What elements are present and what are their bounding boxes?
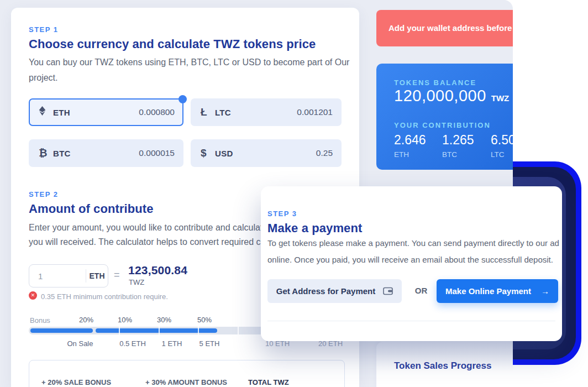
currency-code: USD — [215, 149, 233, 158]
eth-icon — [39, 106, 53, 118]
step2-description-line1: Enter your amount, you would like to con… — [29, 223, 267, 233]
tokens-balance-label: TOKENS BALANCE — [394, 79, 476, 87]
your-contribution-label: YOUR CONTRIBUTION — [394, 121, 491, 129]
token-sales-progress-title: Token Sales Progress — [394, 360, 491, 372]
amount-input-box: ETH — [29, 264, 108, 287]
currency-rate: 0.001201 — [297, 107, 333, 117]
selected-dot — [179, 95, 187, 103]
get-address-button[interactable]: Get Address for Payment — [267, 279, 402, 303]
get-address-label: Get Address for Payment — [276, 286, 376, 296]
equals-sign: = — [114, 269, 120, 281]
amount-unit-label: ETH — [86, 269, 108, 283]
contribution-ltc: 6.500 LTC — [491, 133, 513, 159]
amount-input[interactable] — [29, 271, 86, 281]
usd-icon: $ — [201, 147, 215, 159]
wallet-icon — [383, 287, 393, 295]
step3-description-line2: online. Once you paid, you will receive … — [267, 255, 553, 264]
step1-title: Choose currency and calculate TWZ tokens… — [29, 37, 316, 51]
track-tick — [238, 327, 239, 334]
wallet-warning-alert: Add your wallet address before bu — [376, 10, 513, 46]
step2-description-line2: you will received. The calculator helps … — [29, 237, 269, 247]
contribution-eth: 2.646 ETH — [394, 133, 426, 159]
bonus-percent: 50% — [197, 316, 212, 324]
step1-label: STEP 1 — [29, 25, 59, 34]
milestone-label: On Sale — [67, 339, 93, 348]
error-icon: ✕ — [29, 291, 37, 300]
milestone-label: 0.5 ETH — [119, 339, 146, 348]
token-sales-progress-card: Token Sales Progress — [376, 342, 513, 387]
step3-label: STEP 3 — [267, 210, 297, 218]
currency-button-usd[interactable]: $ USD 0.25 — [191, 139, 342, 167]
arrow-right-icon: → — [541, 286, 549, 296]
make-online-payment-button[interactable]: Make Online Payment → — [437, 279, 558, 303]
contribution-currency: ETH — [394, 150, 426, 159]
track-tick — [119, 327, 120, 334]
tokens-balance-amount: 120,000,000 — [394, 87, 486, 105]
bonus-percent: 20% — [79, 316, 93, 324]
contribution-value: 2.646 — [394, 133, 426, 148]
currency-button-eth[interactable]: ETH 0.000800 — [29, 98, 183, 126]
milestone-label: 5 ETH — [200, 339, 220, 348]
step3-divider — [267, 321, 555, 321]
or-label: OR — [415, 286, 428, 295]
track-tick — [198, 327, 199, 334]
step1-description-line2: project. — [29, 73, 57, 83]
step1-description-line1: You can buy our TWZ tokens using ETH, BT… — [29, 57, 349, 67]
contribution-currency: BTC — [442, 150, 474, 159]
step3-description-line1: To get tokens please make a payment. You… — [267, 238, 559, 248]
step3-title: Make a payment — [267, 221, 362, 236]
tokens-balance-amount-row: 120,000,000 TWZ — [394, 87, 509, 105]
tokens-balance-card: TOKENS BALANCE 120,000,000 TWZ YOUR CONT… — [376, 64, 513, 170]
currency-rate: 0.000800 — [139, 107, 175, 117]
ltc-icon: Ł — [201, 106, 215, 118]
step2-label: STEP 2 — [29, 190, 59, 198]
bonus-summary-box: + 20% SALE BONUS + 30% AMOUNT BONUS TOTA… — [29, 360, 345, 387]
contribution-btc: 1.265 BTC — [442, 133, 474, 159]
step2-title: Amount of contribute — [29, 202, 154, 216]
bonus-progress-fill — [96, 328, 217, 333]
tokens-balance-unit: TWZ — [491, 93, 509, 103]
bonus-percent: 30% — [157, 316, 171, 324]
currency-code: LTC — [215, 108, 231, 117]
token-result-value: 123,500.84 — [128, 264, 187, 277]
total-twz-label: TOTAL TWZ — [248, 378, 289, 386]
btc-icon: ₿ — [39, 147, 53, 159]
make-payment-card: STEP 3 Make a payment To get tokens plea… — [261, 186, 562, 341]
currency-button-ltc[interactable]: Ł LTC 0.001201 — [191, 98, 342, 126]
contribution-value: 1.265 — [442, 133, 474, 148]
currency-button-btc[interactable]: ₿ BTC 0.000015 — [29, 139, 183, 167]
bonus-label: Bonus — [30, 316, 50, 325]
track-tick — [159, 327, 160, 334]
minimum-contribution-error: 0.35 ETH minimum contribution require. — [41, 292, 168, 301]
amount-bonus-label: + 30% AMOUNT BONUS — [145, 378, 227, 386]
currency-code: BTC — [53, 149, 71, 158]
contribution-value: 6.500 — [491, 133, 513, 148]
contribution-currency: LTC — [491, 150, 513, 159]
make-online-payment-label: Make Online Payment — [445, 286, 531, 296]
currency-rate: 0.000015 — [139, 148, 175, 158]
currency-code: ETH — [53, 108, 70, 117]
sale-bonus-label: + 20% SALE BONUS — [41, 378, 111, 386]
currency-rate: 0.25 — [316, 148, 333, 158]
bonus-percent: 10% — [118, 316, 132, 324]
token-result-unit: TWZ — [129, 278, 144, 286]
bonus-progress-fill — [30, 328, 93, 333]
milestone-label: 1 ETH — [162, 339, 182, 348]
